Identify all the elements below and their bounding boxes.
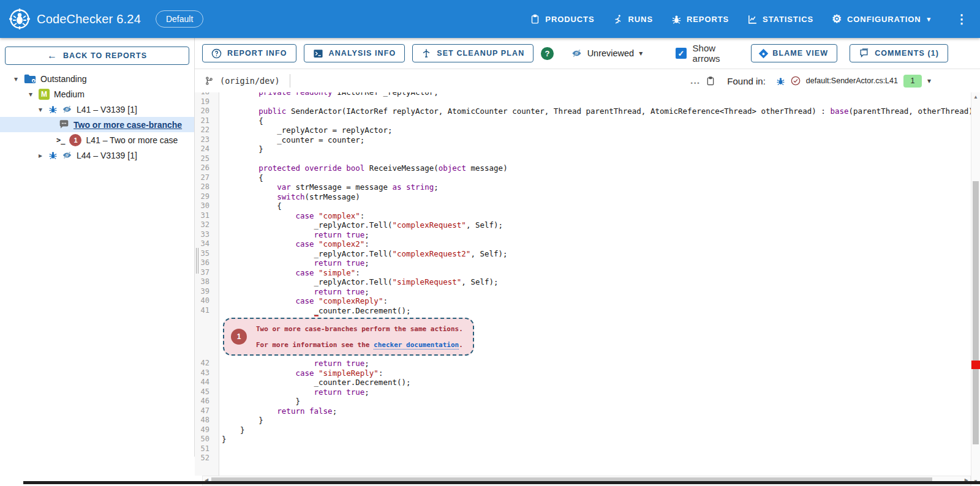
tree-item-report-message[interactable]: Two or more case-branche [0, 117, 194, 132]
back-to-reports-button[interactable]: ← BACK TO REPORTS [5, 47, 189, 65]
codechecker-logo-icon [9, 8, 31, 30]
severity-medium-badge: M [39, 89, 50, 100]
tree-item-l41-v3139[interactable]: ▾ L41 – V3139 [1] [0, 102, 194, 117]
runner-icon [613, 14, 624, 24]
product-badge[interactable]: Default [156, 10, 203, 28]
chevron-down-icon[interactable]: ▾ [37, 105, 44, 114]
line-number[interactable]: 43 [195, 368, 214, 378]
line-number[interactable]: 41 [195, 306, 214, 316]
report-sidebar: ← BACK TO REPORTS ▾ Outstanding ▾ M Medi… [0, 38, 195, 457]
code-text: switch(strMessage) [214, 192, 360, 202]
copy-icon[interactable] [706, 76, 715, 86]
nav-item-products[interactable]: PRODUCTS [530, 14, 594, 24]
code-text: } [214, 397, 300, 406]
code-line: 23 _counter = counter; [195, 135, 971, 145]
line-number[interactable]: 20 [195, 107, 214, 116]
line-number[interactable]: 52 [195, 454, 214, 463]
line-number[interactable]: 47 [195, 406, 214, 416]
code-text: case "complex2": [214, 239, 369, 249]
line-number[interactable]: 21 [195, 116, 214, 126]
line-number[interactable]: 24 [195, 144, 214, 154]
line-number[interactable]: 46 [195, 397, 214, 406]
line-number[interactable]: 32 [195, 220, 214, 230]
line-number[interactable]: 50 [195, 435, 214, 444]
line-number[interactable]: 42 [195, 359, 214, 368]
code-text: } [214, 435, 227, 444]
tree-item-l44-v3139[interactable]: ▸ L44 – V3139 [1] [0, 148, 194, 163]
line-number[interactable]: 19 [195, 97, 214, 107]
code-line: 46 } [195, 397, 971, 406]
review-status-select[interactable]: Unreviewed ▾ [571, 48, 643, 58]
code-text [214, 154, 222, 164]
code-line: 30 { [195, 201, 971, 211]
error-position-marker [971, 361, 980, 369]
check-circle-icon [791, 76, 801, 86]
line-number[interactable]: 26 [195, 163, 214, 173]
line-number[interactable]: 30 [195, 201, 214, 211]
comments-button[interactable]: COMMENTS (1) [850, 44, 948, 62]
blame-view-button[interactable]: BLAME VIEW [751, 44, 837, 62]
tree-item-outstanding[interactable]: ▾ Outstanding [0, 71, 194, 86]
found-in-count-badge[interactable]: 1 [903, 75, 922, 88]
line-number[interactable]: 38 [195, 277, 214, 287]
code-text: _replyActor = replyActor; [214, 125, 392, 135]
tree-item-medium[interactable]: ▾ M Medium [0, 86, 194, 102]
question-circle-icon [211, 48, 222, 59]
vertical-scroll-thumb[interactable] [973, 181, 979, 444]
chevron-right-icon[interactable]: ▸ [37, 151, 44, 160]
chevron-down-icon: ▾ [927, 15, 931, 23]
report-info-button[interactable]: REPORT INFO [202, 44, 296, 62]
code-text: return true; [214, 359, 369, 368]
code-text: private readonly IActorRef _replyActor; [214, 92, 439, 97]
nav-item-reports[interactable]: REPORTS [671, 14, 729, 24]
vertical-scrollbar[interactable]: ▲ ▼ [971, 92, 980, 486]
chevron-down-icon[interactable]: ▾ [12, 75, 20, 83]
tree-item-bug-step[interactable]: >_ 1 L41 – Two or more case [0, 132, 194, 148]
line-number[interactable]: 28 [195, 182, 214, 192]
analysis-info-button[interactable]: ANALYSIS INFO [304, 44, 405, 62]
line-number[interactable]: 25 [195, 154, 214, 164]
line-number[interactable]: 39 [195, 287, 214, 297]
line-number[interactable]: 22 [195, 125, 214, 135]
scroll-up-arrow-icon[interactable]: ▲ [971, 94, 980, 100]
line-number[interactable]: 51 [195, 444, 214, 454]
nav-label: CONFIGURATION [847, 15, 921, 24]
found-in-file[interactable]: default:SenderActor.cs:L41 [806, 77, 898, 85]
checker-documentation-link[interactable]: checker documentation [374, 341, 459, 350]
line-number[interactable]: 33 [195, 230, 214, 240]
line-number[interactable]: 40 [195, 296, 214, 306]
code-viewport[interactable]: 18 private readonly IActorRef _replyActo… [195, 92, 971, 476]
line-number[interactable]: 18 [195, 92, 214, 97]
set-cleanup-plan-button[interactable]: SET CLEANUP PLAN [412, 44, 533, 62]
line-number[interactable]: 44 [195, 378, 214, 387]
line-number[interactable]: 31 [195, 211, 214, 221]
help-icon[interactable]: ? [541, 47, 553, 60]
nav-item-configuration[interactable]: ⚙ CONFIGURATION ▾ [832, 13, 931, 24]
line-number[interactable]: 49 [195, 425, 214, 435]
code-text: } [214, 416, 263, 425]
nav-item-statistics[interactable]: STATISTICS [747, 14, 813, 24]
show-arrows-checkbox[interactable]: ✓ [676, 48, 686, 59]
overflow-menu-button[interactable]: ⋮ [953, 12, 970, 26]
brand-title: CodeChecker 6.24 [37, 12, 141, 26]
chevron-down-icon[interactable]: ▾ [27, 90, 34, 99]
nav-label: REPORTS [687, 15, 729, 24]
nav-item-runs[interactable]: RUNS [613, 14, 653, 24]
line-number[interactable]: 23 [195, 135, 214, 145]
report-message-bubble[interactable]: 1 Two or more case-branches perform the … [223, 318, 474, 356]
ellipsis-text: ... [690, 75, 700, 86]
gear-icon: ⚙ [832, 13, 842, 24]
code-text: _counter.Decrement(); [214, 378, 411, 387]
bug-icon [671, 14, 682, 24]
line-number[interactable]: 48 [195, 416, 214, 425]
chevron-down-icon[interactable]: ▾ [927, 77, 931, 85]
line-number[interactable]: 29 [195, 192, 214, 202]
show-arrows-label: Show arrows [693, 43, 744, 64]
line-number[interactable]: 45 [195, 387, 214, 397]
button-label: ANALYSIS INFO [329, 49, 396, 58]
line-number[interactable]: 27 [195, 173, 214, 183]
folder-icon [24, 73, 36, 84]
code-line: 51 [195, 444, 971, 454]
sidebar-resize-handle[interactable] [196, 248, 198, 274]
code-text: return true; [214, 287, 369, 297]
